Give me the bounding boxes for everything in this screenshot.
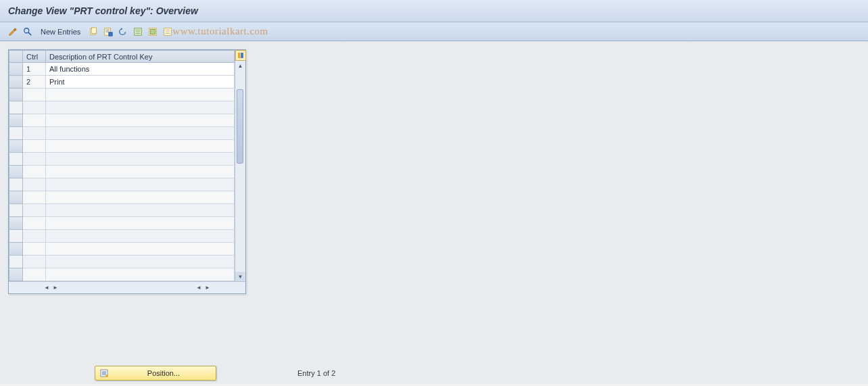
cell-desc[interactable] [46, 256, 235, 268]
cell-desc[interactable] [46, 217, 235, 230]
cell-ctrl[interactable]: 2 [23, 76, 46, 89]
svg-point-0 [24, 28, 29, 32]
undo-icon[interactable] [117, 26, 129, 38]
cell-ctrl[interactable] [23, 178, 46, 191]
table-row-empty[interactable] [9, 153, 235, 166]
find-icon[interactable] [22, 26, 34, 38]
svg-rect-3 [92, 27, 97, 33]
cell-ctrl[interactable] [23, 230, 46, 243]
position-button[interactable]: Position... [95, 366, 216, 381]
cell-desc[interactable] [46, 166, 235, 178]
table-row-empty[interactable] [9, 140, 235, 153]
scroll-down-icon[interactable]: ▼ [236, 272, 245, 281]
cell-desc[interactable] [46, 178, 235, 191]
copy-icon[interactable] [87, 26, 99, 38]
row-selector[interactable] [9, 101, 23, 114]
scroll-thumb[interactable] [237, 89, 243, 164]
select-block-icon[interactable] [147, 26, 159, 38]
cell-desc[interactable] [46, 191, 235, 204]
row-selector[interactable] [9, 153, 23, 166]
row-selector[interactable] [9, 89, 23, 101]
row-selector[interactable] [9, 166, 23, 178]
cell-desc[interactable] [46, 268, 235, 281]
table-row-empty[interactable] [9, 217, 235, 230]
svg-rect-13 [151, 29, 155, 34]
scroll-left2-icon[interactable]: ◄ [195, 284, 203, 292]
cell-ctrl[interactable] [23, 127, 46, 140]
row-selector[interactable] [9, 114, 23, 127]
cell-desc[interactable] [46, 140, 235, 153]
col-header-ctrl[interactable]: Ctrl [23, 51, 46, 63]
cell-ctrl[interactable] [23, 101, 46, 114]
table-row-empty[interactable] [9, 178, 235, 191]
cell-ctrl[interactable] [23, 217, 46, 230]
cell-ctrl[interactable] [23, 268, 46, 281]
horizontal-scrollbar[interactable]: ◄ ► ◄ ► [9, 281, 245, 293]
cell-desc[interactable] [46, 243, 235, 256]
prt-table[interactable]: Ctrl Description of PRT Control Key 1All… [9, 50, 235, 281]
scroll-track[interactable] [235, 70, 245, 272]
table-row-empty[interactable] [9, 256, 235, 268]
row-selector[interactable] [9, 204, 23, 217]
row-selector[interactable] [9, 140, 23, 153]
select-all-icon[interactable] [132, 26, 144, 38]
table-row-empty[interactable] [9, 89, 235, 101]
row-selector[interactable] [9, 217, 23, 230]
position-label: Position... [116, 369, 212, 377]
scroll-right-icon[interactable]: ► [51, 284, 59, 292]
row-selector[interactable] [9, 127, 23, 140]
table-row-empty[interactable] [9, 101, 235, 114]
table-row-empty[interactable] [9, 127, 235, 140]
row-selector[interactable] [9, 243, 23, 256]
table-row[interactable]: 1All functions [9, 63, 235, 76]
table-row-empty[interactable] [9, 243, 235, 256]
cell-ctrl[interactable] [23, 153, 46, 166]
content-area: Ctrl Description of PRT Control Key 1All… [0, 41, 868, 384]
cell-ctrl[interactable] [23, 204, 46, 217]
row-selector[interactable] [9, 76, 23, 89]
row-selector[interactable] [9, 230, 23, 243]
cell-desc[interactable] [46, 101, 235, 114]
col-header-desc[interactable]: Description of PRT Control Key [46, 51, 235, 63]
scroll-right2-icon[interactable]: ► [203, 284, 212, 292]
title-bar: Change View "PRT control key": Overview [0, 0, 868, 22]
row-selector[interactable] [9, 178, 23, 191]
vertical-scrollbar[interactable]: ▲ ▼ [235, 50, 245, 281]
cell-desc[interactable] [46, 114, 235, 127]
position-icon [99, 368, 109, 378]
toggle-change-icon[interactable] [7, 26, 19, 38]
row-selector[interactable] [9, 256, 23, 268]
cell-ctrl[interactable] [23, 140, 46, 153]
cell-ctrl[interactable] [23, 114, 46, 127]
delete-icon[interactable] [102, 26, 114, 38]
svg-rect-19 [238, 53, 240, 58]
table-row-empty[interactable] [9, 230, 235, 243]
cell-ctrl[interactable] [23, 243, 46, 256]
new-entries-button[interactable]: New Entries [37, 28, 85, 36]
cell-ctrl[interactable] [23, 191, 46, 204]
table-row-empty[interactable] [9, 268, 235, 281]
cell-ctrl[interactable] [23, 256, 46, 268]
row-selector[interactable] [9, 268, 23, 281]
table-row-empty[interactable] [9, 166, 235, 178]
cell-desc[interactable] [46, 127, 235, 140]
row-selector[interactable] [9, 63, 23, 76]
cell-desc[interactable]: All functions [46, 63, 235, 76]
row-selector-header[interactable] [9, 51, 23, 63]
table-row-empty[interactable] [9, 114, 235, 127]
cell-ctrl[interactable] [23, 166, 46, 178]
cell-ctrl[interactable]: 1 [23, 63, 46, 76]
cell-desc[interactable]: Print [46, 76, 235, 89]
row-selector[interactable] [9, 191, 23, 204]
table-row[interactable]: 2Print [9, 76, 235, 89]
cell-desc[interactable] [46, 89, 235, 101]
table-row-empty[interactable] [9, 191, 235, 204]
table-row-empty[interactable] [9, 204, 235, 217]
scroll-left-icon[interactable]: ◄ [43, 284, 51, 292]
cell-ctrl[interactable] [23, 89, 46, 101]
cell-desc[interactable] [46, 230, 235, 243]
table-settings-icon[interactable] [235, 50, 246, 61]
scroll-up-icon[interactable]: ▲ [236, 61, 245, 70]
cell-desc[interactable] [46, 153, 235, 166]
cell-desc[interactable] [46, 204, 235, 217]
